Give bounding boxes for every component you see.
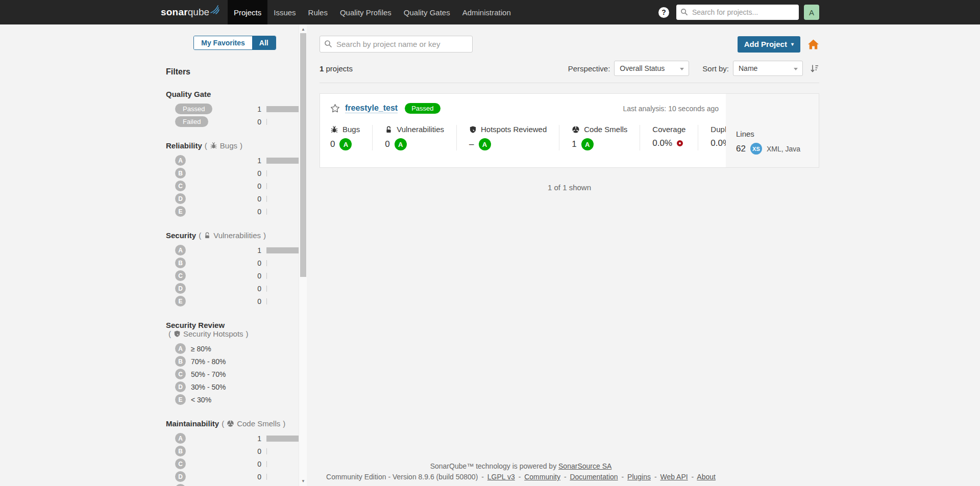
facet-row-rating-c[interactable]: C 0 — [166, 180, 304, 192]
facet-sublabel: Bugs — [220, 141, 237, 150]
measure-value[interactable]: 0 — [330, 139, 335, 149]
nav-item-issues[interactable]: Issues — [267, 0, 302, 24]
nav-item-administration[interactable]: Administration — [456, 0, 517, 24]
add-project-label: Add Project — [744, 40, 787, 48]
footer-link-about[interactable]: About — [697, 473, 716, 481]
facet-row-rating-d[interactable]: D 0 — [166, 282, 304, 295]
facet-title-quality-gate[interactable]: Quality Gate — [166, 90, 304, 98]
all-projects-button[interactable]: All — [252, 36, 276, 49]
facet-row-rating-e[interactable]: E 0 — [166, 295, 304, 308]
global-search-input[interactable] — [676, 5, 799, 20]
help-icon[interactable]: ? — [658, 7, 669, 18]
sidebar-scrollbar[interactable]: ▲ ▼ — [299, 24, 307, 486]
facet-row-rating-d[interactable]: D 30% - 50% — [166, 380, 304, 393]
footer-link-web-api[interactable]: Web API — [660, 473, 688, 481]
facet-title-maintainability[interactable]: Maintainability ( Code Smells ) — [166, 419, 304, 428]
measure-value[interactable]: 1 — [572, 139, 576, 149]
facet-count: 0 — [251, 297, 261, 305]
footer-link-documentation[interactable]: Documentation — [570, 473, 618, 481]
facet-row-rating-a[interactable]: A 1 — [166, 432, 304, 445]
facet-row-passed[interactable]: Passed 1 — [166, 103, 304, 115]
facet-row-rating-b[interactable]: B 0 — [166, 167, 304, 180]
sonarqube-logo[interactable]: sonarqube — [161, 0, 228, 24]
rating-badge-a[interactable]: A — [479, 138, 491, 150]
project-search-input[interactable] — [320, 36, 473, 53]
coverage-ring-icon[interactable] — [677, 140, 683, 146]
facet-title-reliability[interactable]: Reliability ( Bugs — [166, 141, 304, 150]
facet-sublabel: Code Smells — [237, 419, 280, 428]
shown-count-text: 1 of 1 shown — [320, 183, 819, 192]
sort-direction-icon[interactable] — [810, 64, 819, 73]
project-name-link[interactable]: freestyle_test — [345, 104, 398, 113]
facet-row-rating-d[interactable]: D 0 — [166, 470, 304, 483]
user-avatar[interactable]: A — [804, 5, 819, 20]
projects-count-suffix: projects — [324, 64, 353, 73]
paren: ) — [246, 329, 249, 338]
sort-select[interactable]: Name — [733, 61, 803, 76]
facet-row-rating-a[interactable]: A 1 — [166, 154, 304, 167]
my-favorites-button[interactable]: My Favorites — [194, 36, 252, 49]
measure-value[interactable]: 0.0% — [652, 138, 672, 148]
facet-row-rating-c[interactable]: C 0 — [166, 457, 304, 470]
measure-value[interactable]: 0 — [385, 139, 389, 149]
scroll-down-icon[interactable]: ▼ — [299, 477, 307, 485]
footer-link-lgpl[interactable]: LGPL v3 — [487, 473, 515, 481]
facet-row-rating-b[interactable]: B 70% - 80% — [166, 355, 304, 368]
rating-b-badge: B — [175, 168, 186, 178]
facet-security-review: Security Review ( Security Hotspots ) A — [166, 321, 304, 406]
facet-row-rating-a[interactable]: A ≥ 80% — [166, 342, 304, 355]
measure-value[interactable]: – — [469, 139, 474, 149]
rating-a-badge: A — [175, 433, 186, 444]
facet-row-rating-c[interactable]: C 50% - 70% — [166, 368, 304, 380]
favorites-toggle: My Favorites All — [193, 36, 276, 50]
rating-badge-a[interactable]: A — [339, 138, 352, 150]
favorite-star-icon[interactable] — [330, 104, 340, 113]
footer-link-community[interactable]: Community — [524, 473, 560, 481]
rating-a-badge: A — [175, 155, 186, 166]
footer-sonarsource-link[interactable]: SonarSource SA — [558, 462, 611, 470]
scrollbar-thumb[interactable] — [300, 33, 306, 277]
lines-label: Lines — [736, 130, 754, 138]
facet-count: 1 — [251, 157, 261, 165]
facet-security: Security ( Vulnerabilities ) A — [166, 231, 304, 308]
nav-item-quality-profiles[interactable]: Quality Profiles — [334, 0, 398, 24]
add-project-button[interactable]: Add Project ▾ — [738, 36, 800, 53]
facet-row-rating-d[interactable]: D 0 — [166, 192, 304, 205]
footer-powered-text: SonarQube™ technology is powered by — [430, 462, 556, 470]
facet-bar — [266, 448, 299, 454]
facet-bar — [266, 474, 299, 480]
facet-title-security[interactable]: Security ( Vulnerabilities ) — [166, 231, 304, 240]
facet-title-security-review[interactable]: Security Review ( Security Hotspots ) — [166, 321, 304, 338]
rating-badge-a[interactable]: A — [581, 138, 594, 150]
measure-code-smells: Code Smells 1 A — [559, 125, 640, 150]
facet-title-text: Security — [166, 231, 196, 240]
facet-sublabel: Vulnerabilities — [213, 231, 261, 240]
rating-c-badge: C — [175, 181, 186, 191]
facet-bar — [266, 183, 299, 189]
facet-row-rating-a[interactable]: A 1 — [166, 244, 304, 257]
measure-label: Vulnerabilities — [397, 125, 444, 134]
facet-row-failed[interactable]: Failed 0 — [166, 115, 304, 128]
facet-row-rating-b[interactable]: B 0 — [166, 257, 304, 269]
facet-bar — [266, 209, 299, 215]
nav-item-quality-gates[interactable]: Quality Gates — [398, 0, 456, 24]
nav-item-rules[interactable]: Rules — [302, 0, 334, 24]
footer-version-text: Community Edition - Version 8.9.6 (build… — [326, 473, 478, 481]
facet-row-rating-b[interactable]: B 0 — [166, 445, 304, 457]
facet-bar — [266, 158, 299, 164]
sonarqube-swoosh-icon — [210, 5, 220, 14]
scroll-up-icon[interactable]: ▲ — [299, 25, 307, 33]
facet-row-rating-e[interactable]: E < 30% — [166, 393, 304, 406]
facet-count: 0 — [251, 285, 261, 293]
facet-row-rating-e[interactable]: E 0 — [166, 205, 304, 218]
footer-link-plugins[interactable]: Plugins — [627, 473, 651, 481]
chevron-down-icon — [680, 68, 684, 70]
facet-row-rating-c[interactable]: C 0 — [166, 269, 304, 282]
home-icon[interactable] — [807, 39, 819, 50]
facet-row-rating-e[interactable]: E 0 — [166, 483, 304, 486]
perspective-select[interactable]: Overall Status — [614, 61, 689, 76]
rating-badge-a[interactable]: A — [395, 138, 407, 150]
footer-separator: - — [692, 473, 694, 481]
nav-item-projects[interactable]: Projects — [228, 0, 267, 24]
facet-count: 0 — [251, 259, 261, 267]
